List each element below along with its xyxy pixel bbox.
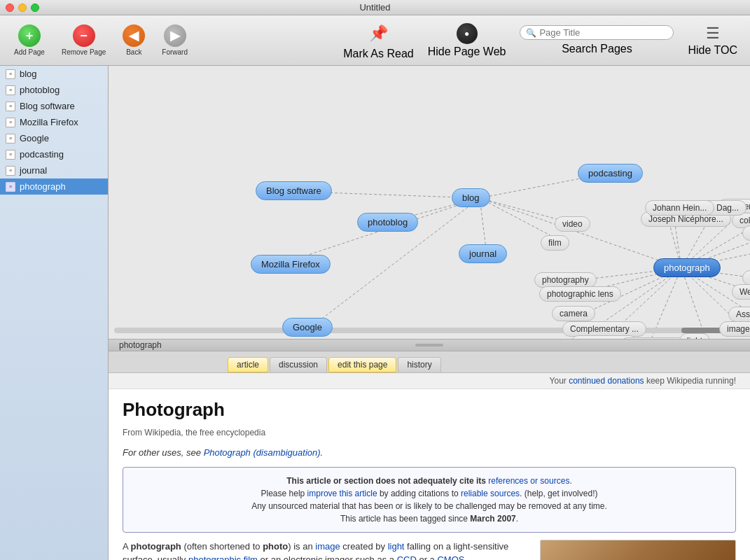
- mindmap-node-photoblog[interactable]: photoblog: [357, 213, 418, 232]
- web-content[interactable]: Your continued donations keep Wikipedia …: [109, 373, 750, 560]
- mindmap-node-photography[interactable]: photography: [534, 272, 597, 288]
- divider-handle: [415, 344, 443, 346]
- remove-page-icon: −: [73, 24, 95, 47]
- add-page-icon: +: [18, 24, 41, 47]
- italic-note-text: For other uses, see: [123, 447, 204, 458]
- mindmap-node-image[interactable]: image: [719, 321, 750, 337]
- mindmap-node-film[interactable]: film: [541, 235, 569, 251]
- sidebar-item-google[interactable]: ≡Google: [0, 130, 108, 146]
- reliable-sources-link[interactable]: reliable sources: [461, 489, 520, 498]
- citation-title: This article or section does not adequat…: [286, 476, 488, 486]
- forward-label: Forward: [162, 48, 188, 56]
- back-button[interactable]: ◀ Back: [116, 20, 152, 60]
- mindmap-node-johann[interactable]: Johann Hein...: [645, 200, 714, 216]
- tab-discussion[interactable]: discussion: [270, 357, 327, 372]
- mindmap-node-west-berlin[interactable]: West Berlin: [732, 284, 750, 300]
- search-icon: 🔍: [526, 28, 536, 38]
- hide-page-web-button[interactable]: ● Hide Page Web: [422, 20, 512, 61]
- citation-line1: This article or section does not adequat…: [137, 475, 721, 487]
- search-input[interactable]: [539, 27, 667, 38]
- sidebar-item-blog-software[interactable]: ≡Blog software: [0, 98, 108, 114]
- light-link[interactable]: light: [388, 541, 405, 552]
- improve-article-link[interactable]: improve this article: [307, 489, 377, 498]
- mindmap[interactable]: blogphotoblogBlog softwareMozilla Firefo…: [109, 66, 750, 339]
- page-icon: ≡: [6, 118, 15, 127]
- mindmap-node-light[interactable]: light: [679, 333, 710, 339]
- search-label: Search Pages: [562, 43, 632, 55]
- minimize-button[interactable]: [18, 4, 27, 12]
- mindmap-node-albumen[interactable]: Albumen print: [742, 225, 750, 241]
- mindmap-node-camera[interactable]: camera: [552, 306, 595, 321]
- sidebar-item-mozilla-firefox[interactable]: ≡Mozilla Firefox: [0, 114, 108, 130]
- hide-toc-icon: ☰: [706, 24, 720, 43]
- add-page-button[interactable]: + Add Page: [7, 20, 52, 60]
- remove-page-label: Remove Page: [62, 48, 106, 56]
- mindmap-node-blog-software[interactable]: Blog software: [256, 181, 332, 200]
- ccd-link[interactable]: CCD: [397, 554, 417, 560]
- photo-bold: photo: [263, 541, 288, 552]
- page-icon: ≡: [6, 182, 15, 192]
- sidebar-item-label: blog: [20, 69, 37, 79]
- back-label: Back: [126, 48, 141, 56]
- tab-edit-this-page[interactable]: edit this page: [328, 357, 396, 372]
- sidebar: ≡blog≡photoblog≡Blog software≡Mozilla Fi…: [0, 66, 109, 560]
- ref-sources-link[interactable]: references or sources: [488, 476, 569, 486]
- article-title: Photograph: [123, 396, 736, 424]
- mindmap-scrollbar[interactable]: [114, 328, 744, 333]
- sidebar-item-photograph[interactable]: ≡photograph: [0, 178, 108, 195]
- image-link[interactable]: image: [315, 541, 340, 552]
- mindmap-node-photograph[interactable]: photograph: [653, 258, 721, 277]
- mindmap-node-podcasting[interactable]: podcasting: [578, 164, 643, 183]
- donation-rest: keep Wikipedia running!: [644, 376, 736, 386]
- sidebar-item-label: Blog software: [20, 101, 75, 111]
- sidebar-item-podcasting[interactable]: ≡podcasting: [0, 146, 108, 162]
- hide-page-web-icon: ●: [457, 23, 478, 44]
- sidebar-item-blog[interactable]: ≡blog: [0, 66, 108, 82]
- mindmap-node-mozilla-firefox[interactable]: Mozilla Firefox: [251, 255, 331, 274]
- page-icon: ≡: [6, 102, 15, 111]
- mindmap-node-associated-press[interactable]: Associated Press: [728, 307, 750, 322]
- mark-as-read-button[interactable]: 📌 Mark As Read: [338, 18, 419, 63]
- donation-notice: Your continued donations keep Wikipedia …: [109, 373, 750, 389]
- mindmap-node-complementary[interactable]: Complementary ...: [562, 321, 646, 337]
- mindmap-node-journal[interactable]: journal: [459, 244, 507, 263]
- donation-link[interactable]: continued donations: [569, 376, 644, 386]
- mark-as-read-label: Mark As Read: [343, 48, 413, 60]
- window-controls: [6, 4, 39, 12]
- add-page-label: Add Page: [14, 48, 45, 56]
- italic-note: For other uses, see Photograph (disambig…: [123, 446, 736, 460]
- page-icon: ≡: [6, 150, 15, 160]
- mindmap-node-google[interactable]: Google: [282, 318, 333, 337]
- mindmap-node-photo-dis[interactable]: Photograph (disa...: [742, 270, 750, 286]
- sidebar-item-photoblog[interactable]: ≡photoblog: [0, 82, 108, 98]
- page-icon: ≡: [6, 69, 15, 79]
- disambiguation-link[interactable]: Photograph (disambiguation): [204, 447, 321, 458]
- mindmap-node-blog[interactable]: blog: [452, 188, 490, 207]
- divider-page-label: photograph: [119, 340, 162, 350]
- divider[interactable]: photograph: [109, 339, 750, 351]
- hide-page-web-label: Hide Page Web: [428, 46, 506, 58]
- page-icon: ≡: [6, 85, 15, 95]
- photograph-thumbnail: [540, 540, 736, 561]
- sidebar-item-label: photoblog: [20, 85, 60, 95]
- page-icon: ≡: [6, 166, 15, 176]
- hide-toc-label: Hide TOC: [688, 44, 737, 57]
- remove-page-button[interactable]: − Remove Page: [55, 20, 113, 60]
- tab-history[interactable]: history: [398, 357, 440, 372]
- cmos-link[interactable]: CMOS: [437, 554, 464, 560]
- mindmap-node-photo-lens[interactable]: photographic lens: [539, 286, 621, 302]
- forward-button[interactable]: ▶ Forward: [155, 20, 195, 60]
- sidebar-item-journal[interactable]: ≡journal: [0, 162, 108, 178]
- search-bar[interactable]: 🔍: [520, 25, 674, 40]
- tab-article[interactable]: article: [228, 357, 268, 372]
- page-icon: ≡: [6, 134, 15, 144]
- title-bar: Untitled: [0, 0, 750, 15]
- sidebar-item-label: journal: [20, 165, 47, 176]
- photo-film-link[interactable]: photographic film: [188, 554, 258, 560]
- hide-toc-button[interactable]: ☰ Hide TOC: [682, 22, 743, 59]
- forward-icon: ▶: [164, 24, 186, 47]
- mindmap-node-video[interactable]: video: [555, 216, 590, 232]
- citation-line3: Any unsourced material that has been or …: [137, 500, 721, 512]
- maximize-button[interactable]: [31, 4, 39, 12]
- close-button[interactable]: [6, 4, 14, 12]
